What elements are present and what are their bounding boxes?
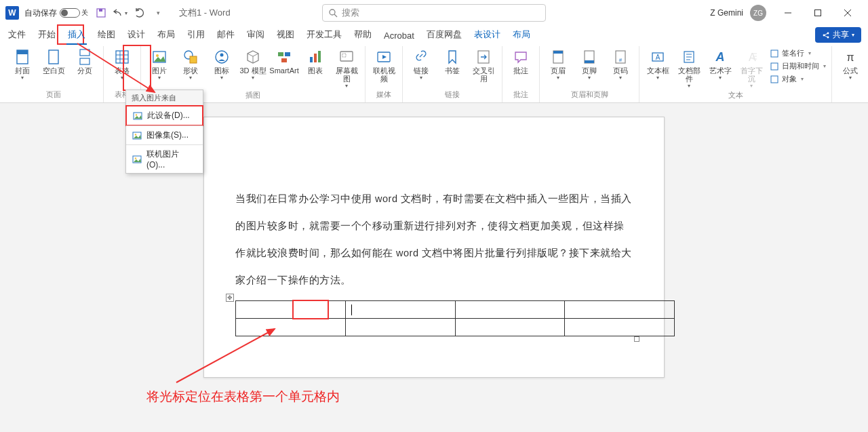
tab-引用[interactable]: 引用 — [186, 26, 206, 45]
联机视频-icon — [374, 49, 393, 65]
ribbon-btn-文档部件[interactable]: 文档部件▾ — [675, 46, 703, 89]
ribbon-btn-批注[interactable]: 批注 — [507, 46, 535, 75]
ribbon-tabs: 文件开始插入绘图设计布局引用邮件审阅视图开发工具帮助Acrobat百度网盘表设计… — [0, 26, 868, 45]
svg-point-65 — [135, 134, 136, 135]
ribbon-btn-页眉[interactable]: 页眉▾ — [544, 46, 572, 81]
ribbon-btn-形状[interactable]: 形状▾ — [176, 46, 205, 81]
ribbon-btn-交叉引用[interactable]: 交叉引用 — [469, 46, 498, 83]
avatar[interactable]: ZG — [750, 5, 766, 21]
dropdown-item-1[interactable]: 图像集(S)... — [126, 126, 203, 144]
ribbon-btn-链接[interactable]: 链接▾ — [407, 46, 435, 81]
ribbon-btn-SmartArt[interactable]: SmartArt — [270, 46, 298, 75]
ribbon-btn-联机视频[interactable]: 联机视频 — [370, 46, 398, 83]
group-label: 媒体 — [370, 88, 398, 102]
tab-视图[interactable]: 视图 — [275, 26, 296, 45]
ribbon-btn-公式[interactable]: π公式▾ — [836, 46, 865, 81]
ribbon-btn-页码[interactable]: #页码▾ — [606, 46, 635, 81]
svg-rect-38 — [553, 51, 563, 54]
group-label: 批注 — [507, 88, 535, 102]
tab-开发工具[interactable]: 开发工具 — [305, 26, 343, 45]
ribbon-small-日期和时间[interactable]: 日期和时间▾ — [768, 60, 827, 72]
tab-Acrobat[interactable]: Acrobat — [382, 28, 416, 45]
chevron-down-icon: ▾ — [158, 75, 161, 81]
chevron-down-icon: ▾ — [220, 75, 223, 81]
ribbon-group-符号: π公式▾Ω符号▾#编号符号 — [832, 46, 868, 102]
table-cell[interactable] — [236, 301, 346, 319]
交叉引用-icon — [474, 49, 493, 65]
svg-line-3 — [334, 14, 337, 17]
table-cell[interactable] — [565, 319, 675, 336]
maximize-button[interactable] — [803, 2, 833, 24]
ribbon-btn-图标[interactable]: 图标▾ — [208, 46, 236, 81]
autosave-toggle[interactable]: 自动保存 关 — [24, 7, 88, 19]
ribbon-btn-艺术字[interactable]: A艺术字▾ — [706, 46, 734, 81]
chevron-down-icon: ▾ — [252, 75, 254, 81]
table-cell[interactable] — [455, 301, 565, 319]
ribbon-btn-图表[interactable]: 图表 — [301, 46, 330, 75]
table-cell[interactable] — [345, 319, 455, 336]
页脚-icon — [580, 49, 599, 65]
share-button[interactable]: 共享▾ — [815, 27, 861, 43]
ribbon-btn-页脚[interactable]: 页脚▾ — [575, 46, 604, 81]
svg-rect-56 — [771, 76, 778, 83]
ribbon-small-签名行[interactable]: 签名行▾ — [768, 47, 827, 59]
ribbon-btn-文本框[interactable]: A文本框▾ — [644, 46, 672, 81]
tab-文件[interactable]: 文件 — [7, 26, 27, 45]
tab-邮件[interactable]: 邮件 — [216, 26, 236, 45]
tab-表设计[interactable]: 表设计 — [473, 26, 502, 45]
ribbon-btn-封面[interactable]: 封面▾ — [8, 46, 37, 81]
group-label: 链接 — [407, 88, 498, 102]
minimize-button[interactable] — [773, 2, 803, 24]
table-resize-handle-icon[interactable] — [634, 336, 639, 342]
user-name[interactable]: Z Gemini — [710, 8, 743, 18]
tab-设计[interactable]: 设计 — [126, 26, 146, 45]
chevron-down-icon: ▾ — [619, 75, 622, 81]
word-table[interactable] — [235, 300, 675, 336]
tab-绘图[interactable]: 绘图 — [96, 26, 117, 45]
tab-布局[interactable]: 布局 — [156, 26, 176, 45]
title-bar: W 自动保存 关 ▾ ▾ 文档1 - Word 搜索 Z Gemini ZG — [0, 0, 868, 26]
tab-百度网盘[interactable]: 百度网盘 — [425, 26, 463, 45]
search-input[interactable]: 搜索 — [322, 4, 546, 22]
ribbon-btn-表格[interactable]: 表格▾ — [108, 46, 136, 81]
ribbon-btn-空白页[interactable]: 空白页 — [39, 46, 68, 75]
close-button[interactable] — [833, 2, 863, 24]
页眉-icon — [549, 49, 568, 65]
ribbon-group-页眉和页脚: 页眉▾页脚▾#页码▾页眉和页脚 — [540, 46, 639, 102]
chevron-down-icon: ▾ — [719, 75, 722, 81]
document-title: 文档1 - Word — [179, 7, 231, 19]
table-cell[interactable] — [455, 319, 565, 336]
dropdown-item-2[interactable]: 联机图片(O)... — [126, 145, 203, 173]
ribbon-btn-分页[interactable]: 分页 — [71, 46, 99, 75]
tab-开始[interactable]: 开始 — [37, 26, 57, 45]
qat-customize-icon[interactable]: ▾ — [152, 7, 164, 19]
svg-text:π: π — [846, 52, 854, 63]
svg-point-10 — [827, 36, 829, 38]
ribbon-small-对象[interactable]: 对象▾ — [768, 73, 827, 85]
ribbon-btn-书签[interactable]: 书签 — [438, 46, 467, 75]
share-icon — [822, 31, 830, 39]
tab-审阅[interactable]: 审阅 — [245, 26, 266, 45]
tab-布局[interactable]: 布局 — [511, 26, 532, 45]
undo-icon[interactable]: ▾ — [114, 7, 126, 19]
svg-rect-12 — [17, 50, 28, 54]
svg-text:A: A — [715, 50, 725, 64]
svg-point-25 — [216, 51, 228, 63]
table-move-handle-icon[interactable]: ✥ — [226, 294, 234, 302]
table-cell[interactable] — [565, 301, 675, 319]
tab-插入[interactable]: 插入 — [66, 26, 87, 45]
SmartArt-icon — [275, 49, 294, 65]
ribbon-btn-3D 模型[interactable]: 3D 模型▾ — [239, 46, 267, 81]
redo-icon[interactable] — [133, 7, 145, 19]
table-cell[interactable] — [236, 319, 346, 336]
chevron-down-icon: ▾ — [345, 83, 348, 89]
table[interactable]: ✥ — [235, 300, 633, 336]
tab-帮助[interactable]: 帮助 — [353, 26, 373, 45]
save-icon[interactable] — [95, 7, 107, 19]
table-cell-cursor[interactable] — [345, 301, 455, 319]
chevron-down-icon: ▾ — [656, 75, 659, 81]
ribbon-btn-图片[interactable]: 图片▾ — [145, 46, 174, 81]
分页-icon — [75, 49, 94, 65]
ribbon-btn-屏幕截图[interactable]: 屏幕截图▾ — [332, 46, 361, 89]
dropdown-item-0[interactable]: 此设备(D)... — [125, 105, 203, 126]
